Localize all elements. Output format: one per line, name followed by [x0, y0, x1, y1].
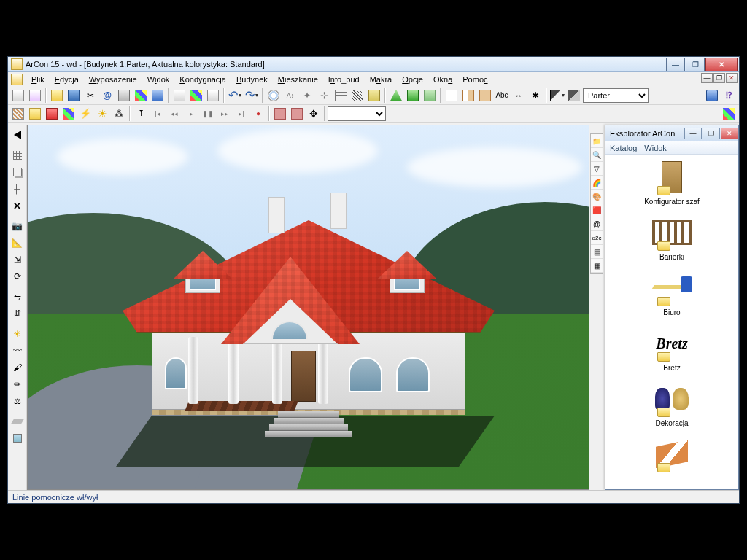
move-icon[interactable]: ✥	[306, 106, 322, 122]
elevation-button[interactable]	[477, 88, 493, 104]
catalog-item-bretz[interactable]: Bretz Bretz	[608, 325, 735, 372]
window-button[interactable]	[171, 88, 187, 104]
shade-button[interactable]	[549, 88, 565, 104]
maximize-button[interactable]: ❐	[686, 58, 705, 71]
center-button[interactable]: ✦	[299, 88, 315, 104]
layers-button[interactable]	[205, 88, 221, 104]
vcr-last-button[interactable]: ▸|	[233, 106, 249, 122]
templates-button[interactable]	[27, 88, 43, 104]
render-textured-button[interactable]	[61, 106, 77, 122]
info-button[interactable]	[704, 88, 720, 104]
light-tool[interactable]: ☀	[9, 326, 26, 342]
mdi-close-button[interactable]: ✕	[726, 73, 738, 83]
side-colors-button[interactable]: 🌈	[591, 176, 603, 190]
menu-makra[interactable]: Makra	[365, 74, 397, 85]
vcr-prev-button[interactable]: ◂◂	[166, 106, 182, 122]
door2-button[interactable]	[289, 106, 305, 122]
terrain2-button[interactable]	[405, 88, 421, 104]
vcr-play-button[interactable]: ▸	[183, 106, 199, 122]
menu-plik[interactable]: Plik	[27, 74, 49, 85]
pointer-tool[interactable]	[9, 127, 26, 143]
menu-wyposazenie[interactable]: Wyposażenie	[85, 74, 142, 85]
side-at-button[interactable]: @	[591, 218, 603, 231]
explorer-maximize-button[interactable]: ❐	[703, 128, 720, 139]
side-o2c-button[interactable]: o2c	[591, 232, 603, 245]
zoom-button[interactable]	[266, 88, 282, 104]
floorplan-button[interactable]	[444, 88, 460, 104]
export-button[interactable]	[150, 88, 166, 104]
menu-pomoc[interactable]: Pomoc	[458, 74, 492, 85]
snap-button[interactable]: ✱	[527, 88, 543, 104]
menu-infobud[interactable]: Info_bud	[324, 74, 364, 85]
redo-button[interactable]: ↷	[244, 88, 260, 104]
mdi-restore-button[interactable]: ❐	[713, 73, 725, 83]
render-hidden-button[interactable]	[27, 106, 43, 122]
slab-tool[interactable]	[9, 413, 26, 429]
terrain3-button[interactable]	[422, 88, 438, 104]
objects-button[interactable]	[188, 88, 204, 104]
menu-okna[interactable]: Okna	[429, 74, 457, 85]
minimize-button[interactable]: —	[666, 58, 685, 71]
explorer-menu-widok[interactable]: Widok	[644, 144, 667, 152]
paint-tool[interactable]: ✏	[9, 376, 26, 392]
explorer-close-button[interactable]: ✕	[721, 128, 738, 139]
measure-tool[interactable]: 📐	[9, 235, 26, 251]
render-shaded-button[interactable]	[44, 106, 60, 122]
section-button[interactable]	[460, 88, 476, 104]
menu-kondygnacja[interactable]: Kondygnacja	[175, 74, 231, 85]
explorer-button[interactable]	[133, 88, 149, 104]
catalog-item-more[interactable]	[608, 436, 735, 472]
dimension-button[interactable]: ↔	[511, 88, 527, 104]
catalog-item-barierki[interactable]: Barierki	[608, 214, 735, 261]
delete-tool[interactable]: ✕	[9, 198, 26, 214]
walk-button[interactable]: ⤒	[133, 106, 149, 122]
select-group-tool[interactable]	[9, 147, 26, 163]
at-button[interactable]: @	[99, 88, 115, 104]
undo-button[interactable]: ↶	[227, 88, 243, 104]
camera-tool[interactable]: 📷	[9, 218, 26, 234]
viewport-3d[interactable]	[27, 125, 589, 490]
open-button[interactable]	[49, 88, 65, 104]
menu-edycja[interactable]: Edycja	[50, 74, 83, 85]
titlebar[interactable]: ArCon 15 - wd - [Budynek 1,Parter, Aktua…	[8, 57, 739, 72]
catalog-item-dekoracja[interactable]: Dekoracja	[608, 381, 735, 427]
mirror-h-tool[interactable]: ⇵	[9, 306, 26, 322]
sun-icon[interactable]: ☀	[94, 106, 110, 122]
ruler-button[interactable]	[366, 88, 382, 104]
path-tool[interactable]: 〰	[9, 343, 26, 359]
side-filter-button[interactable]: ▽	[591, 163, 603, 176]
side-list2-button[interactable]: ▦	[591, 260, 603, 273]
copy-tool[interactable]	[9, 164, 26, 180]
picture-tool[interactable]	[9, 430, 26, 446]
material-tool[interactable]: 🖌	[9, 359, 26, 376]
scale-tool[interactable]: ⚖	[9, 393, 26, 409]
vcr-rec-button[interactable]: ●	[250, 106, 266, 122]
close-button[interactable]: ✕	[705, 58, 738, 71]
catalog-item-biuro[interactable]: Biuro	[608, 270, 735, 316]
bolt-icon[interactable]: ⚡	[77, 106, 93, 122]
vcr-pause-button[interactable]: ❚❚	[200, 106, 216, 122]
grid-button[interactable]	[333, 88, 349, 104]
menu-mieszkanie[interactable]: Mieszkanie	[274, 74, 322, 85]
help-button[interactable]: ⁉	[721, 88, 737, 104]
catalog-item-konfigurator[interactable]: Konfigurator szaf	[608, 159, 735, 206]
mdi-system-icon[interactable]	[11, 74, 23, 85]
explorer-titlebar[interactable]: Eksplorator ArCon — ❐ ✕	[605, 125, 738, 141]
guides-tool[interactable]: ╫	[9, 181, 26, 197]
text-button[interactable]: Abc	[494, 88, 510, 104]
cut-button[interactable]: ✂	[82, 88, 98, 104]
view-select[interactable]	[328, 106, 386, 121]
align-tool[interactable]: ⇲	[9, 252, 26, 268]
side-search-button[interactable]: 🔍	[591, 149, 603, 162]
mirror-v-tool[interactable]: ⇋	[9, 289, 26, 305]
menu-widok[interactable]: Widok	[143, 74, 174, 85]
zoom-text-button[interactable]: A↕	[282, 88, 298, 104]
explorer-minimize-button[interactable]: —	[684, 128, 702, 139]
side-folder-button[interactable]: 📁	[591, 135, 603, 148]
door1-button[interactable]	[272, 106, 288, 122]
palette-button[interactable]	[721, 106, 737, 122]
ortho-button[interactable]: ⊹	[316, 88, 332, 104]
terrain1-button[interactable]	[388, 88, 404, 104]
menu-opcje[interactable]: Opcje	[398, 74, 427, 85]
vcr-first-button[interactable]: |◂	[150, 106, 166, 122]
